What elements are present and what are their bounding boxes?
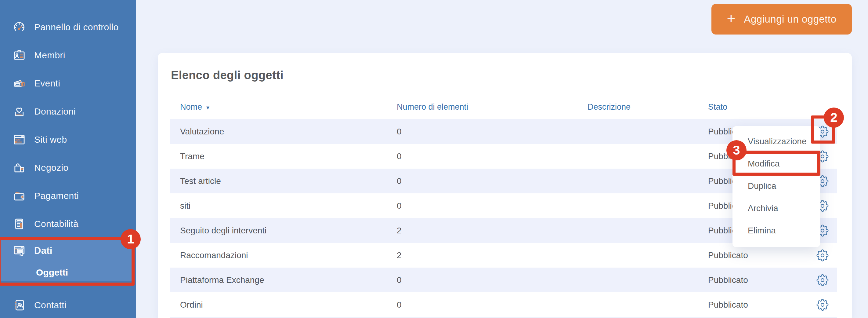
cell-name: siti xyxy=(170,201,387,211)
sidebar-item-membri[interactable]: Membri xyxy=(0,41,136,69)
sidebar-item-pagamenti[interactable]: Pagamenti xyxy=(0,182,136,210)
sidebar-item-siti-web[interactable]: www Siti web xyxy=(0,125,136,154)
sidebar-item-oggetti[interactable]: Oggetti xyxy=(0,264,134,281)
sidebar: Pannello di controllo Membri xyxy=(0,0,136,318)
sidebar-item-label: Dati xyxy=(34,245,53,256)
sidebar-item-label: Contatti xyxy=(34,300,66,310)
sidebar-item-eventi[interactable]: Eventi xyxy=(0,69,136,97)
sidebar-item-label: Donazioni xyxy=(34,106,76,117)
column-header-descrizione: Descrizione xyxy=(578,102,698,112)
sidebar-item-label: Membri xyxy=(34,50,65,60)
menu-item-modifica[interactable]: Modifica xyxy=(733,152,820,175)
menu-item-archivia[interactable]: Archivia xyxy=(733,197,820,219)
sidebar-item-dati[interactable]: Dati xyxy=(0,238,134,264)
sidebar-item-donazioni[interactable]: Donazioni xyxy=(0,97,136,125)
website-icon: www xyxy=(12,133,26,147)
sidebar-item-negozio[interactable]: Negozio xyxy=(0,154,136,182)
sidebar-group-dati: Dati Oggetti xyxy=(0,238,134,281)
cell-count: 0 xyxy=(387,300,578,310)
annotation-step-badge: 1 xyxy=(121,229,141,249)
sidebar-item-label: Contabilità xyxy=(34,219,79,229)
sidebar-subitem-label: Oggetti xyxy=(36,267,68,278)
sort-desc-icon: ▾ xyxy=(206,104,209,111)
sidebar-nav: Pannello di controllo Membri xyxy=(0,0,136,318)
app-window: Pannello di controllo Membri xyxy=(0,0,868,318)
sidebar-item-contabilita[interactable]: Contabilità xyxy=(0,210,136,238)
row-actions-context-menu: Visualizzazione Modifica Duplica Archivi… xyxy=(733,126,820,247)
cell-count: 0 xyxy=(387,127,578,137)
menu-item-duplica[interactable]: Duplica xyxy=(733,175,820,197)
shopping-bag-icon xyxy=(12,161,26,175)
sidebar-item-contatti[interactable]: Contatti xyxy=(0,291,136,318)
cell-name: Piattaforma Exchange xyxy=(170,275,387,285)
row-actions-button[interactable] xyxy=(808,299,837,311)
row-actions-button[interactable] xyxy=(808,274,837,286)
column-header-nome[interactable]: Nome▾ xyxy=(170,102,387,112)
donation-heart-icon xyxy=(12,105,26,118)
cell-name: Seguito degli interventi xyxy=(170,226,387,235)
annotation-step-badge: 2 xyxy=(824,108,844,128)
row-actions-button[interactable] xyxy=(808,249,837,261)
add-object-button[interactable]: + Aggiungi un oggetto xyxy=(711,4,852,34)
table-row[interactable]: Ordini 0 Pubblicato xyxy=(170,292,837,317)
gear-icon xyxy=(816,249,829,261)
cell-count: 0 xyxy=(387,275,578,285)
sidebar-item-pannello-di-controllo[interactable]: Pannello di controllo xyxy=(0,13,136,41)
cell-count: 0 xyxy=(387,176,578,186)
sidebar-item-label: Pannello di controllo xyxy=(34,22,118,32)
plus-icon: + xyxy=(727,11,735,26)
column-header-stato: Stato xyxy=(698,102,808,112)
menu-item-elimina[interactable]: Elimina xyxy=(733,219,820,242)
wallet-icon xyxy=(12,189,26,203)
cell-count: 0 xyxy=(387,201,578,211)
cell-name: Trame xyxy=(170,151,387,161)
cell-status: Pubblicato xyxy=(698,275,808,285)
cell-count: 2 xyxy=(387,226,578,235)
cell-name: Raccomandazioni xyxy=(170,251,387,260)
cell-count: 0 xyxy=(387,151,578,161)
annotation-step-badge: 3 xyxy=(726,140,747,161)
contacts-book-icon xyxy=(12,298,26,312)
sidebar-item-label: Eventi xyxy=(34,78,60,89)
sidebar-item-label: Negozio xyxy=(34,163,68,173)
cell-name: Valutazione xyxy=(170,127,387,137)
column-header-label: Nome xyxy=(180,102,202,112)
data-browser-icon xyxy=(12,244,26,258)
dashboard-icon xyxy=(12,20,26,34)
page-title: Elenco degli oggetti xyxy=(171,69,852,82)
calculator-icon xyxy=(12,217,26,231)
gear-icon xyxy=(816,274,829,286)
sidebar-item-label: Siti web xyxy=(34,135,67,145)
table-row[interactable]: Piattaforma Exchange 0 Pubblicato xyxy=(170,268,837,292)
add-object-button-label: Aggiungi un oggetto xyxy=(744,13,836,25)
cell-status: Pubblicato xyxy=(698,251,808,260)
column-header-numero: Numero di elementi xyxy=(387,102,578,112)
cell-name: Ordini xyxy=(170,300,387,310)
gear-icon xyxy=(816,299,829,311)
svg-text:www: www xyxy=(15,138,21,141)
table-header-row: Nome▾ Numero di elementi Descrizione Sta… xyxy=(170,95,837,119)
id-card-icon xyxy=(12,48,26,62)
ticket-icon xyxy=(12,76,26,90)
sidebar-item-label: Pagamenti xyxy=(34,191,79,201)
cell-name: Test article xyxy=(170,176,387,186)
cell-status: Pubblicato xyxy=(698,300,808,310)
cell-count: 2 xyxy=(387,251,578,260)
